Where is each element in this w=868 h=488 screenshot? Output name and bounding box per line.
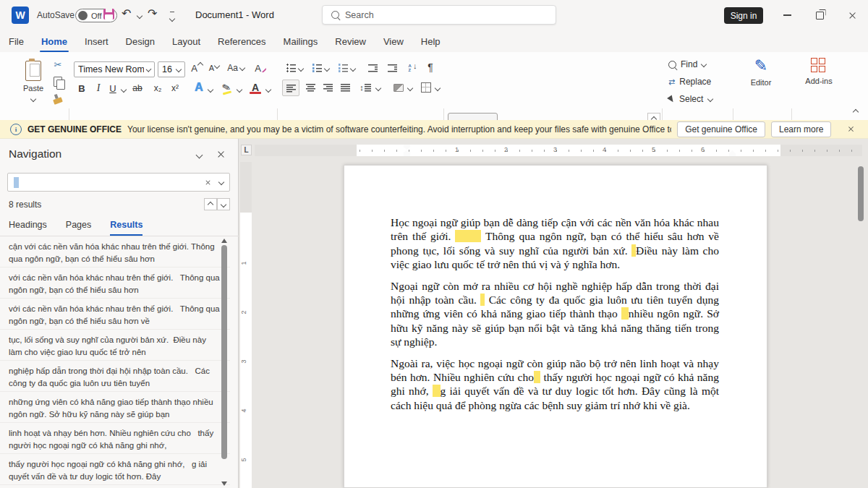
font-color-button[interactable]: A	[247, 80, 263, 95]
tab-file[interactable]: File	[0, 30, 33, 52]
cut-icon[interactable]: ✂	[51, 58, 65, 71]
multilevel-chevron-icon[interactable]	[350, 66, 356, 72]
tab-home[interactable]: Home	[33, 30, 76, 52]
line-spacing-chevron-icon[interactable]	[375, 85, 381, 91]
grow-font-button[interactable]: A	[190, 61, 204, 75]
redo-icon[interactable]: ↷	[148, 8, 157, 20]
scroll-down-icon[interactable]	[221, 481, 227, 486]
multilevel-list-button[interactable]	[336, 61, 350, 75]
left-indent-marker[interactable]	[404, 154, 410, 156]
tab-insert[interactable]: Insert	[76, 30, 117, 52]
editor-button[interactable]: ✎ Editor	[739, 58, 783, 87]
tab-stop-selector[interactable]: L	[241, 145, 252, 155]
tab-help[interactable]: Help	[412, 30, 449, 52]
vertical-ruler[interactable]: 1 2 3 4 5	[240, 162, 252, 488]
replace-button[interactable]: ⇄ Replace	[668, 77, 711, 87]
paragraph[interactable]: Học ngoại ngữ giúp bạn dễ dàng tiếp cận …	[391, 215, 719, 272]
list-item[interactable]: tục, lối sống và suy nghĩ của người bản …	[0, 330, 230, 361]
tab-design[interactable]: Design	[117, 30, 163, 52]
tab-review[interactable]: Review	[326, 30, 375, 52]
customize-toolbar-icon[interactable]	[170, 12, 174, 23]
tab-view[interactable]: View	[375, 30, 412, 52]
format-painter-icon[interactable]	[51, 94, 65, 107]
align-right-button[interactable]	[320, 80, 336, 95]
sort-button[interactable]: AZ	[404, 61, 420, 75]
shading-button[interactable]	[391, 80, 407, 95]
paragraph[interactable]: Ngoài ra, việc học ngoại ngữ còn giúp nã…	[391, 356, 719, 413]
list-item[interactable]: linh hoạt và nhạy bén hơn. Nhiều nghiên …	[0, 423, 230, 454]
undo-icon[interactable]: ↶	[122, 8, 131, 20]
find-button[interactable]: Find	[668, 59, 706, 69]
tab-headings[interactable]: Headings	[9, 213, 47, 236]
list-item[interactable]: với các nền văn hóa khác nhau trên thế g…	[0, 299, 230, 330]
shrink-font-button[interactable]: A	[207, 61, 221, 75]
list-item[interactable]: với các nền văn hóa khác nhau trên thế g…	[0, 267, 230, 299]
paragraph[interactable]: Ngoại ngữ còn mở ra nhiều cơ hội nghề ng…	[391, 279, 719, 349]
list-item[interactable]: thấy người học ngoại ngữ có khả năng ghi…	[0, 454, 230, 485]
bullets-chevron-icon[interactable]	[298, 66, 304, 72]
document-scrollbar[interactable]	[858, 166, 864, 221]
tab-mailings[interactable]: Mailings	[275, 30, 327, 52]
scroll-up-icon[interactable]	[221, 239, 227, 243]
add-ins-button[interactable]: Add-ins	[796, 58, 842, 85]
borders-button[interactable]	[418, 80, 434, 95]
save-icon[interactable]	[103, 9, 114, 20]
navigation-scrollbar[interactable]	[221, 245, 227, 459]
italic-button[interactable]: I	[93, 81, 104, 95]
borders-chevron-icon[interactable]	[435, 85, 441, 91]
text-effects-button[interactable]: A	[191, 80, 207, 95]
navigation-collapse-icon[interactable]	[196, 152, 203, 159]
collapse-ribbon-icon[interactable]	[853, 109, 859, 115]
list-item[interactable]: nghiệp hấp dẫn trong thời đại hội nhập t…	[0, 361, 230, 392]
list-item[interactable]: cận với các nền văn hóa khác nhau trên t…	[0, 236, 230, 267]
minimize-button[interactable]	[771, 0, 803, 30]
font-color-chevron-icon[interactable]	[265, 87, 271, 93]
justify-button[interactable]	[337, 80, 353, 95]
decrease-indent-button[interactable]	[365, 61, 380, 75]
word-logo-icon[interactable]: W	[12, 7, 29, 24]
horizontal-ruler[interactable]: 1 2 3 4 5 6	[255, 145, 862, 156]
next-result-button[interactable]	[217, 198, 230, 210]
numbering-button[interactable]	[310, 61, 324, 75]
close-button[interactable]	[836, 0, 868, 30]
subscript-button[interactable]: x₂	[150, 81, 165, 95]
clear-formatting-button[interactable]: A	[253, 61, 268, 75]
align-center-button[interactable]	[302, 80, 318, 95]
clear-search-icon[interactable]	[205, 179, 211, 185]
superscript-button[interactable]: x²	[168, 81, 182, 95]
paste-button[interactable]: Paste	[17, 59, 49, 103]
line-spacing-button[interactable]: ↕	[357, 80, 373, 95]
text-effects-chevron-icon[interactable]	[208, 87, 213, 93]
shading-chevron-icon[interactable]	[407, 85, 413, 91]
strikethrough-button[interactable]: ab	[130, 81, 145, 95]
select-button[interactable]: Select	[668, 94, 712, 104]
tab-references[interactable]: References	[209, 30, 274, 52]
search-options-chevron-icon[interactable]	[218, 179, 224, 185]
navigation-search-input[interactable]	[7, 173, 230, 192]
sign-in-button[interactable]: Sign in	[724, 7, 763, 24]
numbering-chevron-icon[interactable]	[324, 66, 330, 72]
document-page[interactable]: Học ngoại ngữ giúp bạn dễ dàng tiếp cận …	[344, 165, 767, 488]
bold-button[interactable]: B	[75, 81, 88, 95]
get-genuine-office-button[interactable]: Get genuine Office	[677, 121, 765, 137]
underline-chevron-icon[interactable]	[121, 87, 127, 93]
font-family-select[interactable]: Times New Roman	[74, 61, 155, 77]
tab-pages[interactable]: Pages	[66, 213, 91, 236]
bullets-button[interactable]	[284, 61, 298, 75]
previous-result-button[interactable]	[204, 198, 217, 210]
copy-icon[interactable]	[51, 75, 65, 88]
notice-close-icon[interactable]	[848, 126, 854, 132]
show-paragraph-marks-button[interactable]: ¶	[424, 60, 437, 74]
underline-button[interactable]: U	[107, 81, 119, 95]
change-case-button[interactable]: Aa	[226, 61, 246, 75]
highlight-button[interactable]: ✎	[218, 80, 234, 95]
restore-button[interactable]	[804, 0, 835, 30]
highlight-chevron-icon[interactable]	[237, 87, 242, 93]
list-item[interactable]: những ứng viên có khả năng giao tiếp thà…	[0, 392, 230, 423]
search-box[interactable]: Search	[322, 5, 556, 25]
font-size-select[interactable]: 16	[158, 61, 185, 77]
align-left-button[interactable]	[282, 80, 299, 96]
increase-indent-button[interactable]	[385, 61, 399, 75]
learn-more-button[interactable]: Learn more	[771, 121, 831, 137]
tab-layout[interactable]: Layout	[163, 30, 209, 52]
